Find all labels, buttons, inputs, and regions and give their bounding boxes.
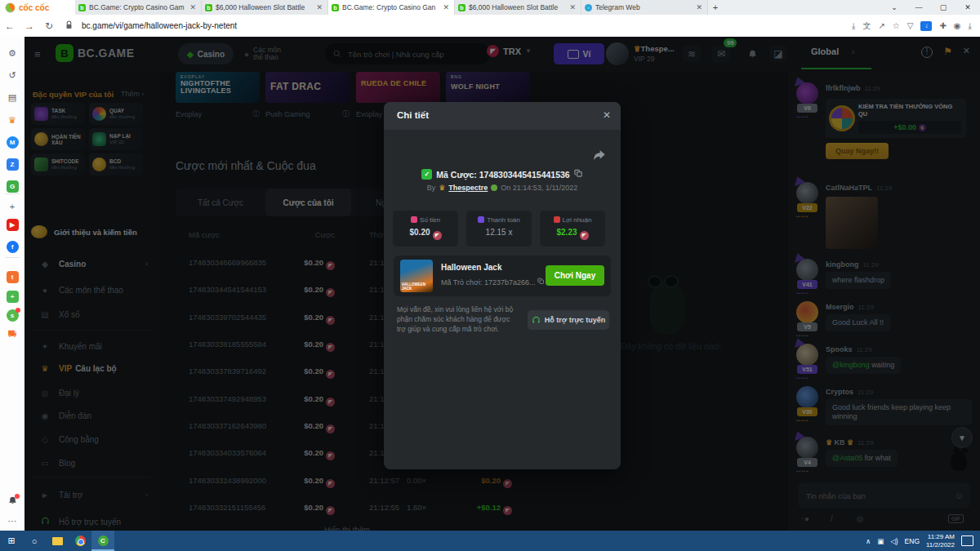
bet-id-row: ✓ Mã Cược: 1748303445415441536 (384, 169, 621, 180)
moneybag-icon (411, 216, 417, 223)
bet-author-row: By ♛ Thespectre On 21:14:53, 1/11/2022 (384, 184, 621, 192)
newsfeed-icon[interactable]: ▤ (6, 91, 19, 104)
headset-icon (532, 316, 541, 325)
verified-shield-icon: ✓ (421, 169, 432, 180)
tab-bcgame-1[interactable]: bBC.Game: Crypto Casino Gam✕ (75, 0, 202, 15)
game-info-box: HALLOWEEN JACK Halloween Jack Mã Trò chơ… (394, 256, 611, 296)
lock-icon (59, 20, 78, 32)
telegram-favicon: ◦ (585, 4, 592, 11)
bookmark-star-icon[interactable]: ☆ (893, 21, 900, 30)
gift-icon[interactable]: + (6, 290, 19, 303)
window-controls: ⌄ — ▢ ✕ (882, 0, 980, 15)
trx-coin-icon: ◤ (433, 231, 442, 240)
game-thumbnail[interactable]: HALLOWEEN JACK (400, 260, 433, 292)
games-icon[interactable]: G (6, 180, 19, 193)
game-id: Mã Trò chơi: 17237b7a266... (441, 278, 545, 287)
card-icon (478, 216, 484, 223)
notification-dot (15, 494, 20, 499)
tiki-icon[interactable]: t (6, 270, 19, 283)
bcgame-page: ≡ B BC.GAME ◆ Casino ● Các mônthể thao ◤… (24, 37, 980, 531)
bcgame-favicon: b (78, 4, 86, 11)
volume-icon[interactable]: ◁) (890, 537, 898, 545)
frog-emoji-icon (491, 184, 497, 191)
extensions-icon[interactable]: ✚ (939, 21, 946, 30)
youtube-icon[interactable]: ▶ (6, 218, 19, 231)
zalo-icon[interactable]: Z (6, 158, 19, 171)
tab-close-icon[interactable]: ✕ (188, 3, 198, 11)
live-support-button[interactable]: Hỗ trợ trực tuyến (528, 310, 609, 330)
tab-close-icon[interactable]: ✕ (441, 3, 451, 11)
tab-bcgame-2-active[interactable]: bBC.Game: Crypto Casino Gan✕ (328, 0, 455, 15)
crown-icon: ♛ (439, 184, 445, 192)
forward-icon[interactable]: → (20, 20, 39, 32)
cart-icon[interactable]: ⛟ (6, 327, 19, 340)
settings-gear-icon[interactable]: ⚙ (6, 47, 19, 60)
tab-search-icon[interactable]: ⌄ (882, 0, 906, 15)
downloads-icon[interactable]: ⤓ (969, 21, 972, 31)
save-page-icon[interactable]: ⤓ (852, 21, 855, 31)
reload-icon[interactable]: ↻ (39, 20, 59, 32)
modal-title: Chi tiết (397, 110, 429, 120)
share-page-icon[interactable]: ↗ (878, 21, 884, 30)
adblock-shield-icon[interactable]: ▽ (907, 21, 914, 30)
new-tab-button[interactable]: + (708, 0, 723, 15)
coccoc-taskbar-icon[interactable]: C (91, 531, 114, 551)
profile-icon[interactable]: ◉ (954, 21, 961, 30)
play-now-button[interactable]: Chơi Ngay (546, 265, 604, 286)
add-shortcut-icon[interactable]: + (6, 200, 19, 213)
stat-profit: Lợi nhuận $2.23◤ (540, 211, 605, 247)
browser-tab-strip: cốc cốc bBC.Game: Crypto Casino Gam✕ b$6… (0, 0, 980, 15)
bet-author-link[interactable]: Thespectre (448, 184, 488, 192)
facebook-icon[interactable]: f (6, 240, 19, 253)
bet-timestamp: On 21:14:53, 1/11/2022 (501, 184, 577, 192)
language-indicator[interactable]: ENG (905, 537, 920, 545)
sidebar-divider (5, 257, 20, 258)
bet-id-text: Mã Cược: 1748303445415441536 (436, 170, 569, 180)
url-text[interactable]: bc.game/vi/game/halloween-jack-by-netent (82, 21, 237, 30)
bet-details-modal: Chi tiết ✕ ✓ Mã Cược: 174830344541544153… (384, 102, 621, 469)
action-center-icon[interactable] (961, 535, 973, 546)
chrome-icon[interactable] (69, 531, 91, 551)
profit-hand-icon (554, 216, 560, 223)
browser-sidebar: ⚙ ↺ ▤ ♛ M Z G + ▶ f t + s ⛟ ⋯ (0, 37, 25, 531)
taskbar-clock[interactable]: 11:29 AM11/2/2022 (926, 533, 955, 549)
more-options-icon[interactable]: ⋯ (6, 514, 19, 527)
hidden-icons-chevron[interactable]: ∧ (866, 537, 871, 545)
close-button[interactable]: ✕ (956, 0, 980, 15)
copy-icon[interactable] (537, 278, 545, 285)
tab-telegram[interactable]: ◦Telegram Web✕ (581, 0, 708, 15)
modal-header: Chi tiết ✕ (384, 102, 621, 130)
browser-navbar: ← → ↻ bc.game/vi/game/halloween-jack-by-… (0, 15, 980, 38)
file-explorer-icon[interactable] (46, 531, 69, 551)
hot-crown-icon[interactable]: ♛ (6, 113, 19, 127)
modal-close-icon[interactable]: ✕ (603, 109, 611, 121)
share-icon[interactable] (593, 149, 606, 164)
network-icon[interactable]: ▣ (877, 537, 884, 545)
sidebar-divider (5, 193, 20, 194)
downloader-icon[interactable]: ↓ (920, 21, 932, 31)
history-icon[interactable]: ↺ (6, 69, 19, 82)
windows-taskbar: ⊞ ○ C ∧ ▣ ◁) ENG 11:29 AM11/2/2022 (0, 531, 980, 551)
screen: cốc cốc bBC.Game: Crypto Casino Gam✕ b$6… (0, 0, 980, 551)
bell-icon[interactable] (6, 494, 19, 507)
minimize-button[interactable]: — (906, 0, 931, 15)
tab-close-icon[interactable]: ✕ (568, 3, 577, 11)
start-button[interactable]: ⊞ (0, 531, 23, 551)
coccoc-brand-label: cốc cốc (19, 3, 49, 12)
tab-slot-battle-2[interactable]: b$6,000 Halloween Slot Battle✕ (455, 0, 581, 15)
maximize-button[interactable]: ▢ (931, 0, 956, 15)
tab-close-icon[interactable]: ✕ (694, 3, 704, 11)
copy-icon[interactable] (574, 169, 583, 180)
sprout-icon[interactable]: s (6, 309, 19, 322)
messenger-icon[interactable]: M (6, 136, 19, 149)
back-icon[interactable]: ← (0, 20, 20, 32)
translate-icon[interactable]: 文 (862, 20, 871, 32)
notification-dot (16, 308, 20, 313)
support-note: Mọi vấn đề, xin vui lòng liên hệ với bộ … (397, 304, 519, 334)
tab-close-icon[interactable]: ✕ (314, 3, 324, 11)
system-tray: ∧ ▣ ◁) ENG 11:29 AM11/2/2022 (866, 533, 980, 549)
tab-slot-battle-1[interactable]: b$6,000 Halloween Slot Battle✕ (202, 0, 328, 15)
taskbar-search-icon[interactable]: ○ (23, 531, 46, 551)
stat-payout: Thanh toán 12.15 x (466, 211, 532, 247)
coccoc-logo-icon (5, 2, 16, 13)
